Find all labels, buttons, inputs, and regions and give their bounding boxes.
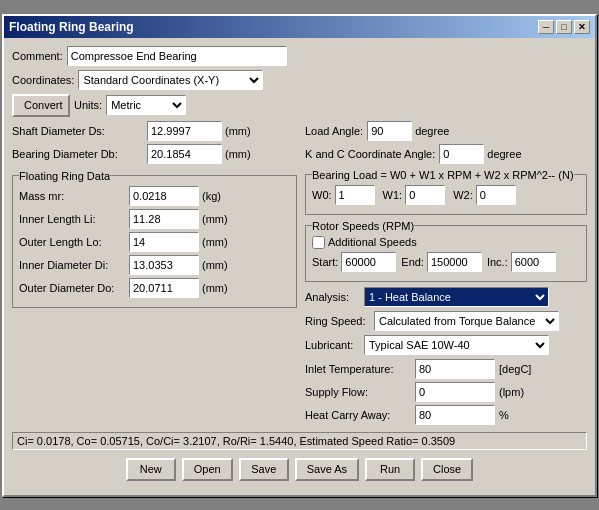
inlet-temp-row: Inlet Temperature: [degC]	[305, 359, 587, 379]
heat-carry-input[interactable]	[415, 405, 495, 425]
w0-input[interactable]	[335, 185, 375, 205]
floating-ring-legend: Floating Ring Data	[19, 170, 110, 182]
mass-row: Mass mr: (kg)	[19, 186, 290, 206]
ring-speed-label: Ring Speed:	[305, 315, 370, 327]
close-button[interactable]: ✕	[574, 20, 590, 34]
save-as-button[interactable]: Save As	[295, 458, 359, 481]
save-button[interactable]: Save	[239, 458, 289, 481]
bearing-diameter-input[interactable]	[147, 144, 222, 164]
status-bar: Ci= 0.0178, Co= 0.05715, Co/Ci= 3.2107, …	[12, 432, 587, 450]
mass-label: Mass mr:	[19, 190, 129, 202]
outer-diameter-input[interactable]	[129, 278, 199, 298]
rotor-speeds-fieldset: Rotor Speeds (RPM) Additional Speeds Sta…	[305, 220, 587, 282]
comment-row: Comment: Compressoe End Bearing	[12, 46, 587, 66]
bearing-load-fieldset: Bearing Load = W0 + W1 x RPM + W2 x RPM^…	[305, 169, 587, 215]
convert-button[interactable]: Convert	[12, 94, 70, 117]
comment-input[interactable]: Compressoe End Bearing	[67, 46, 287, 66]
end-label: End:	[401, 256, 424, 268]
convert-units-row: Convert Units: Metric Imperial	[12, 94, 587, 117]
supply-flow-row: Supply Flow: (lpm)	[305, 382, 587, 402]
ring-speed-select[interactable]: Calculated from Torque Balance Option 2	[374, 311, 559, 331]
w2-input[interactable]	[476, 185, 516, 205]
load-angle-unit: degree	[415, 125, 449, 137]
mass-unit: (kg)	[202, 190, 221, 202]
outer-diameter-row: Outer Diameter Do: (mm)	[19, 278, 290, 298]
title-bar-buttons: ─ □ ✕	[538, 20, 590, 34]
rotor-speeds-values-row: Start: End: Inc.:	[312, 252, 580, 272]
shaft-diameter-label: Shaft Diameter Ds:	[12, 125, 147, 137]
analysis-row: Analysis: 1 - Heat Balance 2 - Option 2	[305, 287, 587, 307]
outer-length-unit: (mm)	[202, 236, 228, 248]
floating-ring-bearing-window: Floating Ring Bearing ─ □ ✕ Comment: Com…	[2, 14, 597, 497]
outer-length-row: Outer Length Lo: (mm)	[19, 232, 290, 252]
additional-speeds-checkbox[interactable]	[312, 236, 325, 249]
inner-diameter-input[interactable]	[129, 255, 199, 275]
outer-length-label: Outer Length Lo:	[19, 236, 129, 248]
inner-length-label: Inner Length Li:	[19, 213, 129, 225]
inlet-temp-input[interactable]	[415, 359, 495, 379]
shaft-diameter-unit: (mm)	[225, 125, 251, 137]
ring-speed-row: Ring Speed: Calculated from Torque Balan…	[305, 311, 587, 331]
additional-speeds-label: Additional Speeds	[328, 236, 417, 248]
start-input[interactable]	[341, 252, 396, 272]
comment-label: Comment:	[12, 50, 63, 62]
units-label: Units:	[74, 99, 102, 111]
kc-angle-row: K and C Coordinate Angle: degree	[305, 144, 587, 164]
maximize-button[interactable]: □	[556, 20, 572, 34]
heat-carry-unit: %	[499, 409, 509, 421]
new-button[interactable]: New	[126, 458, 176, 481]
load-angle-input[interactable]	[367, 121, 412, 141]
lubricant-label: Lubricant:	[305, 339, 360, 351]
outer-length-input[interactable]	[129, 232, 199, 252]
inner-diameter-row: Inner Diameter Di: (mm)	[19, 255, 290, 275]
status-text: Ci= 0.0178, Co= 0.05715, Co/Ci= 3.2107, …	[17, 435, 455, 447]
coordinates-label: Coordinates:	[12, 74, 74, 86]
bearing-diameter-unit: (mm)	[225, 148, 251, 160]
w1-input[interactable]	[405, 185, 445, 205]
left-column: Shaft Diameter Ds: (mm) Bearing Diameter…	[12, 121, 297, 428]
inner-length-input[interactable]	[129, 209, 199, 229]
end-input[interactable]	[427, 252, 482, 272]
shaft-diameter-input[interactable]	[147, 121, 222, 141]
inc-label: Inc.:	[487, 256, 508, 268]
supply-flow-input[interactable]	[415, 382, 495, 402]
mass-input[interactable]	[129, 186, 199, 206]
run-button[interactable]: Run	[365, 458, 415, 481]
outer-diameter-unit: (mm)	[202, 282, 228, 294]
inlet-temp-label: Inlet Temperature:	[305, 363, 415, 375]
load-angle-row: Load Angle: degree	[305, 121, 587, 141]
bearing-diameter-row: Bearing Diameter Db: (mm)	[12, 144, 297, 164]
bearing-load-legend: Bearing Load = W0 + W1 x RPM + W2 x RPM^…	[312, 169, 574, 181]
coordinates-row: Coordinates: Standard Coordinates (X-Y) …	[12, 70, 587, 90]
w0-label: W0:	[312, 189, 332, 201]
units-select[interactable]: Metric Imperial	[106, 95, 186, 115]
lubricant-select[interactable]: Typical SAE 10W-40 Typical SAE 5W-30	[364, 335, 549, 355]
supply-flow-unit: (lpm)	[499, 386, 524, 398]
kc-angle-label: K and C Coordinate Angle:	[305, 148, 435, 160]
analysis-select[interactable]: 1 - Heat Balance 2 - Option 2	[364, 287, 549, 307]
outer-diameter-label: Outer Diameter Do:	[19, 282, 129, 294]
right-column: Load Angle: degree K and C Coordinate An…	[305, 121, 587, 428]
inner-length-row: Inner Length Li: (mm)	[19, 209, 290, 229]
bearing-diameter-label: Bearing Diameter Db:	[12, 148, 147, 160]
load-angle-label: Load Angle:	[305, 125, 363, 137]
shaft-diameter-row: Shaft Diameter Ds: (mm)	[12, 121, 297, 141]
coordinates-select[interactable]: Standard Coordinates (X-Y) Polar Coordin…	[78, 70, 263, 90]
additional-speeds-row: Additional Speeds	[312, 236, 580, 249]
open-button[interactable]: Open	[182, 458, 233, 481]
rotor-speeds-legend: Rotor Speeds (RPM)	[312, 220, 414, 232]
main-two-col: Shaft Diameter Ds: (mm) Bearing Diameter…	[12, 121, 587, 428]
kc-angle-unit: degree	[487, 148, 521, 160]
heat-carry-label: Heat Carry Away:	[305, 409, 415, 421]
inc-input[interactable]	[511, 252, 556, 272]
analysis-label: Analysis:	[305, 291, 360, 303]
w2-label: W2:	[453, 189, 473, 201]
w1-label: W1:	[383, 189, 403, 201]
bearing-load-inputs-row: W0: W1: W2:	[312, 185, 580, 205]
supply-flow-label: Supply Flow:	[305, 386, 415, 398]
close-button-bottom[interactable]: Close	[421, 458, 473, 481]
kc-angle-input[interactable]	[439, 144, 484, 164]
lubricant-row: Lubricant: Typical SAE 10W-40 Typical SA…	[305, 335, 587, 355]
minimize-button[interactable]: ─	[538, 20, 554, 34]
title-bar: Floating Ring Bearing ─ □ ✕	[4, 16, 595, 38]
